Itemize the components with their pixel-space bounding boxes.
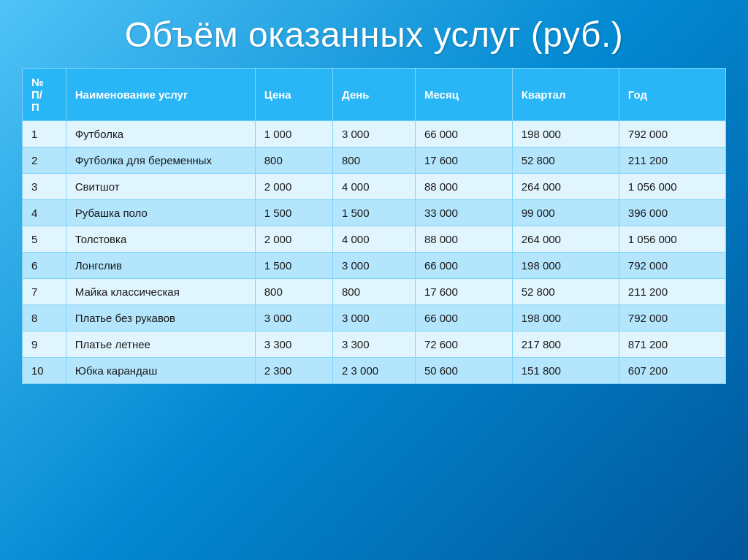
cell-quarter: 198 000	[512, 305, 619, 331]
table-row: 6Лонгслив1 5003 00066 000198 000792 000	[23, 253, 726, 279]
table-row: 9Платье летнее3 3003 30072 600217 800871…	[23, 331, 726, 358]
header-day: День	[333, 69, 416, 121]
table-header-row: № П/П Наименование услуг Цена День Месяц…	[23, 69, 726, 121]
table-row: 1Футболка1 0003 00066 000198 000792 000	[23, 121, 726, 147]
page-title: Объём оказанных услуг (руб.)	[125, 15, 624, 55]
cell-name: Футболка	[66, 121, 255, 147]
cell-name: Платье без рукавов	[66, 305, 255, 331]
cell-year: 1 056 000	[619, 174, 725, 200]
cell-month: 50 600	[415, 358, 512, 384]
cell-year: 792 000	[619, 253, 725, 279]
cell-name: Юбка карандаш	[66, 358, 255, 384]
cell-year: 1 056 000	[619, 226, 725, 253]
cell-price: 2 000	[255, 174, 332, 200]
cell-day: 3 000	[333, 121, 416, 147]
header-name: Наименование услуг	[66, 69, 255, 121]
cell-month: 66 000	[415, 121, 512, 147]
cell-num: 10	[23, 358, 66, 384]
table-row: 2Футболка для беременных80080017 60052 8…	[23, 147, 726, 174]
cell-month: 72 600	[415, 331, 512, 358]
cell-year: 792 000	[619, 305, 725, 331]
cell-name: Майка классическая	[66, 279, 255, 305]
cell-year: 211 200	[619, 279, 725, 305]
cell-month: 33 000	[415, 200, 512, 226]
cell-quarter: 99 000	[512, 200, 619, 226]
cell-day: 800	[333, 147, 416, 174]
cell-price: 2 300	[255, 358, 332, 384]
cell-num: 2	[23, 147, 66, 174]
cell-quarter: 151 800	[512, 358, 619, 384]
cell-day: 1 500	[333, 200, 416, 226]
cell-num: 5	[23, 226, 66, 253]
cell-month: 17 600	[415, 279, 512, 305]
cell-year: 792 000	[619, 121, 725, 147]
cell-name: Платье летнее	[66, 331, 255, 358]
cell-name: Рубашка поло	[66, 200, 255, 226]
cell-price: 3 300	[255, 331, 332, 358]
cell-price: 1 500	[255, 253, 332, 279]
table-body: 1Футболка1 0003 00066 000198 000792 0002…	[23, 121, 726, 384]
table-row: 8Платье без рукавов3 0003 00066 000198 0…	[23, 305, 726, 331]
table-row: 3Свитшот2 0004 00088 000264 0001 056 000	[23, 174, 726, 200]
header-num: № П/П	[23, 69, 66, 121]
cell-num: 7	[23, 279, 66, 305]
cell-price: 800	[255, 279, 332, 305]
cell-price: 1 500	[255, 200, 332, 226]
cell-price: 2 000	[255, 226, 332, 253]
header-quarter: Квартал	[512, 69, 619, 121]
cell-day: 3 000	[333, 305, 416, 331]
cell-year: 396 000	[619, 200, 725, 226]
header-month: Месяц	[415, 69, 512, 121]
cell-num: 1	[23, 121, 66, 147]
cell-month: 17 600	[415, 147, 512, 174]
cell-month: 88 000	[415, 226, 512, 253]
header-price: Цена	[255, 69, 332, 121]
cell-month: 66 000	[415, 305, 512, 331]
cell-price: 1 000	[255, 121, 332, 147]
cell-day: 4 000	[333, 226, 416, 253]
cell-name: Футболка для беременных	[66, 147, 255, 174]
cell-day: 4 000	[333, 174, 416, 200]
cell-num: 4	[23, 200, 66, 226]
cell-num: 6	[23, 253, 66, 279]
cell-name: Толстовка	[66, 226, 255, 253]
cell-num: 8	[23, 305, 66, 331]
cell-name: Лонгслив	[66, 253, 255, 279]
cell-quarter: 217 800	[512, 331, 619, 358]
cell-quarter: 198 000	[512, 121, 619, 147]
cell-quarter: 52 800	[512, 147, 619, 174]
cell-year: 871 200	[619, 331, 725, 358]
table-row: 4Рубашка поло1 5001 50033 00099 000396 0…	[23, 200, 726, 226]
cell-num: 9	[23, 331, 66, 358]
cell-day: 2 3 000	[333, 358, 416, 384]
cell-year: 211 200	[619, 147, 725, 174]
cell-day: 800	[333, 279, 416, 305]
cell-month: 88 000	[415, 174, 512, 200]
table-row: 10Юбка карандаш2 3002 3 00050 600151 800…	[23, 358, 726, 384]
cell-price: 3 000	[255, 305, 332, 331]
cell-num: 3	[23, 174, 66, 200]
main-table-container: № П/П Наименование услуг Цена День Месяц…	[22, 68, 726, 384]
cell-price: 800	[255, 147, 332, 174]
cell-year: 607 200	[619, 358, 725, 384]
cell-quarter: 264 000	[512, 226, 619, 253]
table-row: 7Майка классическая80080017 60052 800211…	[23, 279, 726, 305]
cell-quarter: 52 800	[512, 279, 619, 305]
cell-day: 3 000	[333, 253, 416, 279]
cell-quarter: 264 000	[512, 174, 619, 200]
cell-month: 66 000	[415, 253, 512, 279]
header-year: Год	[619, 69, 725, 121]
table-row: 5Толстовка2 0004 00088 000264 0001 056 0…	[23, 226, 726, 253]
cell-quarter: 198 000	[512, 253, 619, 279]
services-table: № П/П Наименование услуг Цена День Месяц…	[22, 68, 726, 384]
cell-day: 3 300	[333, 331, 416, 358]
cell-name: Свитшот	[66, 174, 255, 200]
